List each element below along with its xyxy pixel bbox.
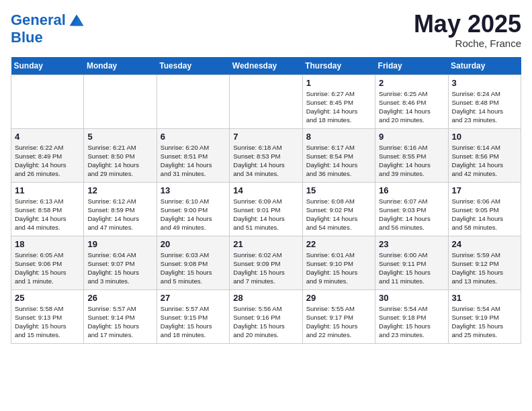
calendar-cell: 13Sunrise: 6:10 AMSunset: 9:00 PMDayligh… xyxy=(157,182,229,236)
calendar-cell: 19Sunrise: 6:04 AMSunset: 9:07 PMDayligh… xyxy=(84,236,157,289)
calendar-cell: 3Sunrise: 6:24 AMSunset: 8:48 PMDaylight… xyxy=(448,75,521,128)
day-info: Sunrise: 5:54 AMSunset: 9:18 PMDaylight:… xyxy=(379,304,444,340)
day-number: 24 xyxy=(452,239,517,249)
day-number: 27 xyxy=(161,293,226,303)
weekday-header-friday: Friday xyxy=(375,57,448,75)
calendar-week-row: 1Sunrise: 6:27 AMSunset: 8:45 PMDaylight… xyxy=(11,75,521,128)
day-number: 16 xyxy=(379,185,444,195)
day-number: 14 xyxy=(233,185,298,195)
day-number: 15 xyxy=(306,185,371,195)
weekday-header-thursday: Thursday xyxy=(302,57,375,75)
day-info: Sunrise: 6:20 AMSunset: 8:51 PMDaylight:… xyxy=(161,143,226,179)
calendar-cell: 15Sunrise: 6:08 AMSunset: 9:02 PMDayligh… xyxy=(302,182,375,236)
calendar-cell: 17Sunrise: 6:06 AMSunset: 9:05 PMDayligh… xyxy=(448,182,521,236)
logo: General Blue xyxy=(11,11,86,46)
day-info: Sunrise: 6:16 AMSunset: 8:55 PMDaylight:… xyxy=(379,143,444,179)
calendar-cell: 1Sunrise: 6:27 AMSunset: 8:45 PMDaylight… xyxy=(302,75,375,128)
calendar-cell: 27Sunrise: 5:57 AMSunset: 9:15 PMDayligh… xyxy=(157,289,229,343)
day-info: Sunrise: 6:01 AMSunset: 9:10 PMDaylight:… xyxy=(306,250,371,286)
calendar-cell: 11Sunrise: 6:13 AMSunset: 8:58 PMDayligh… xyxy=(11,182,84,236)
calendar-cell: 23Sunrise: 6:00 AMSunset: 9:11 PMDayligh… xyxy=(375,236,448,289)
day-number: 4 xyxy=(15,132,80,142)
calendar-cell: 28Sunrise: 5:56 AMSunset: 9:16 PMDayligh… xyxy=(230,289,302,343)
day-number: 29 xyxy=(306,293,371,303)
day-number: 13 xyxy=(161,185,226,195)
calendar-cell: 9Sunrise: 6:16 AMSunset: 8:55 PMDaylight… xyxy=(375,128,448,182)
calendar-cell: 8Sunrise: 6:17 AMSunset: 8:54 PMDaylight… xyxy=(302,128,375,182)
calendar-cell: 4Sunrise: 6:22 AMSunset: 8:49 PMDaylight… xyxy=(11,128,84,182)
day-info: Sunrise: 5:54 AMSunset: 9:19 PMDaylight:… xyxy=(452,304,517,340)
day-info: Sunrise: 5:57 AMSunset: 9:15 PMDaylight:… xyxy=(161,304,226,340)
day-number: 2 xyxy=(379,78,444,88)
calendar-week-row: 25Sunrise: 5:58 AMSunset: 9:13 PMDayligh… xyxy=(11,289,521,343)
calendar-cell: 24Sunrise: 5:59 AMSunset: 9:12 PMDayligh… xyxy=(448,236,521,289)
day-number: 31 xyxy=(452,293,517,303)
location: Roche, France xyxy=(414,38,521,49)
weekday-header-sunday: Sunday xyxy=(11,57,84,75)
day-number: 9 xyxy=(379,132,444,142)
day-info: Sunrise: 5:55 AMSunset: 9:17 PMDaylight:… xyxy=(306,304,371,340)
day-number: 28 xyxy=(233,293,298,303)
day-info: Sunrise: 5:57 AMSunset: 9:14 PMDaylight:… xyxy=(87,304,152,340)
calendar-cell: 26Sunrise: 5:57 AMSunset: 9:14 PMDayligh… xyxy=(84,289,157,343)
calendar-cell: 2Sunrise: 6:25 AMSunset: 8:46 PMDaylight… xyxy=(375,75,448,128)
day-info: Sunrise: 6:27 AMSunset: 8:45 PMDaylight:… xyxy=(306,89,371,125)
day-info: Sunrise: 6:18 AMSunset: 8:53 PMDaylight:… xyxy=(233,143,298,179)
day-number: 10 xyxy=(452,132,517,142)
day-number: 1 xyxy=(306,78,371,88)
calendar-table: SundayMondayTuesdayWednesdayThursdayFrid… xyxy=(11,57,521,344)
day-info: Sunrise: 6:09 AMSunset: 9:01 PMDaylight:… xyxy=(233,197,298,232)
calendar-cell xyxy=(157,75,229,128)
calendar-week-row: 18Sunrise: 6:05 AMSunset: 9:06 PMDayligh… xyxy=(11,236,521,289)
day-number: 6 xyxy=(161,132,226,142)
title-area: May 2025 Roche, France xyxy=(414,11,521,49)
day-number: 17 xyxy=(452,185,517,195)
logo-blue-text: Blue xyxy=(11,30,86,46)
day-info: Sunrise: 6:13 AMSunset: 8:58 PMDaylight:… xyxy=(15,197,80,232)
day-number: 25 xyxy=(15,293,80,303)
day-number: 3 xyxy=(452,78,517,88)
day-number: 21 xyxy=(233,239,298,249)
calendar-week-row: 11Sunrise: 6:13 AMSunset: 8:58 PMDayligh… xyxy=(11,182,521,236)
calendar-cell: 14Sunrise: 6:09 AMSunset: 9:01 PMDayligh… xyxy=(230,182,302,236)
weekday-header-saturday: Saturday xyxy=(448,57,521,75)
weekday-header-row: SundayMondayTuesdayWednesdayThursdayFrid… xyxy=(11,57,521,75)
logo-icon xyxy=(67,11,86,30)
day-info: Sunrise: 6:10 AMSunset: 9:00 PMDaylight:… xyxy=(161,197,226,232)
calendar-cell: 6Sunrise: 6:20 AMSunset: 8:51 PMDaylight… xyxy=(157,128,229,182)
day-number: 23 xyxy=(379,239,444,249)
day-number: 11 xyxy=(15,185,80,195)
day-info: Sunrise: 6:02 AMSunset: 9:09 PMDaylight:… xyxy=(233,250,298,286)
day-info: Sunrise: 6:21 AMSunset: 8:50 PMDaylight:… xyxy=(87,143,152,179)
logo-text: General xyxy=(11,12,66,28)
calendar-cell: 7Sunrise: 6:18 AMSunset: 8:53 PMDaylight… xyxy=(230,128,302,182)
calendar-cell xyxy=(11,75,84,128)
day-number: 12 xyxy=(87,185,152,195)
calendar-cell: 5Sunrise: 6:21 AMSunset: 8:50 PMDaylight… xyxy=(84,128,157,182)
calendar-week-row: 4Sunrise: 6:22 AMSunset: 8:49 PMDaylight… xyxy=(11,128,521,182)
calendar-cell: 29Sunrise: 5:55 AMSunset: 9:17 PMDayligh… xyxy=(302,289,375,343)
day-info: Sunrise: 5:58 AMSunset: 9:13 PMDaylight:… xyxy=(15,304,80,340)
day-number: 22 xyxy=(306,239,371,249)
page-header: General Blue May 2025 Roche, France xyxy=(11,11,521,49)
day-info: Sunrise: 6:00 AMSunset: 9:11 PMDaylight:… xyxy=(379,250,444,286)
day-number: 8 xyxy=(306,132,371,142)
day-info: Sunrise: 6:05 AMSunset: 9:06 PMDaylight:… xyxy=(15,250,80,286)
day-info: Sunrise: 6:08 AMSunset: 9:02 PMDaylight:… xyxy=(306,197,371,232)
day-info: Sunrise: 6:12 AMSunset: 8:59 PMDaylight:… xyxy=(87,197,152,232)
month-title: May 2025 xyxy=(414,11,521,38)
calendar-cell: 10Sunrise: 6:14 AMSunset: 8:56 PMDayligh… xyxy=(448,128,521,182)
day-info: Sunrise: 6:17 AMSunset: 8:54 PMDaylight:… xyxy=(306,143,371,179)
day-info: Sunrise: 5:59 AMSunset: 9:12 PMDaylight:… xyxy=(452,250,517,286)
day-number: 19 xyxy=(87,239,152,249)
day-number: 7 xyxy=(233,132,298,142)
calendar-cell: 21Sunrise: 6:02 AMSunset: 9:09 PMDayligh… xyxy=(230,236,302,289)
day-number: 18 xyxy=(15,239,80,249)
day-number: 26 xyxy=(87,293,152,303)
calendar-cell: 25Sunrise: 5:58 AMSunset: 9:13 PMDayligh… xyxy=(11,289,84,343)
weekday-header-tuesday: Tuesday xyxy=(157,57,229,75)
day-info: Sunrise: 6:22 AMSunset: 8:49 PMDaylight:… xyxy=(15,143,80,179)
day-info: Sunrise: 6:06 AMSunset: 9:05 PMDaylight:… xyxy=(452,197,517,232)
calendar-cell: 16Sunrise: 6:07 AMSunset: 9:03 PMDayligh… xyxy=(375,182,448,236)
day-number: 20 xyxy=(161,239,226,249)
